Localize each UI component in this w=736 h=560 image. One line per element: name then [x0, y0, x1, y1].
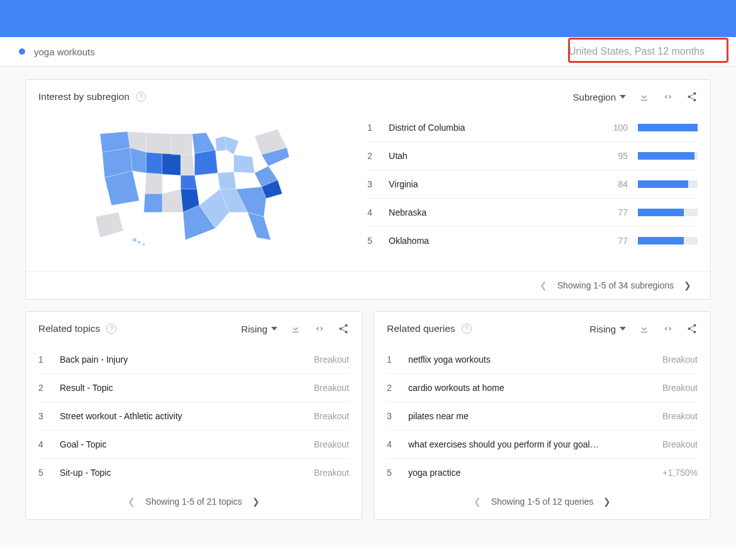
query-row[interactable]: 2cardio workouts at homeBreakout [387, 374, 698, 402]
bar-fill [638, 124, 698, 131]
help-icon[interactable]: ? [136, 92, 146, 102]
share-icon[interactable] [686, 91, 698, 102]
chevron-right-icon[interactable]: ❯ [603, 497, 611, 507]
subregion-row[interactable]: 1 District of Columbia 100 [367, 114, 698, 142]
topic-row[interactable]: 4Goal - TopicBreakout [38, 431, 349, 459]
subregion-row[interactable]: 3 Virginia 84 [367, 170, 698, 199]
subregion-list: 1 District of Columbia 100 2 Utah 95 3 V… [367, 114, 698, 258]
chevron-down-icon [620, 95, 626, 99]
rising-dropdown[interactable]: Rising [241, 324, 277, 334]
download-icon[interactable] [290, 323, 301, 334]
term-color-dot [19, 48, 25, 55]
pager-text: Showing 1-5 of 21 topics [145, 497, 242, 507]
us-map[interactable] [38, 114, 355, 258]
top-banner [0, 0, 736, 37]
chevron-left-icon[interactable]: ❮ [474, 497, 481, 507]
related-queries-card: Related queries ? Rising 1netflix yoga w… [374, 311, 711, 520]
bar-bg [638, 124, 698, 131]
pager-text: Showing 1-5 of 12 queries [491, 497, 594, 507]
card-title: Related topics [38, 323, 100, 334]
interest-card: Interest by subregion ? Subregion [25, 79, 711, 300]
related-topics-card: Related topics ? Rising 1Back pain - Inj… [25, 311, 362, 520]
term-bar: yoga workouts United States, Past 12 mon… [0, 37, 736, 67]
chevron-down-icon [620, 327, 626, 331]
filter-summary[interactable]: United States, Past 12 months [569, 46, 705, 57]
dropdown-label: Subregion [573, 92, 616, 102]
card-title: Interest by subregion [38, 91, 130, 102]
download-icon[interactable] [638, 323, 650, 334]
topic-row[interactable]: 5Sit-up - TopicBreakout [38, 459, 349, 486]
embed-icon[interactable] [662, 91, 674, 102]
pager-text: Showing 1-5 of 34 subregions [557, 280, 674, 290]
embed-icon[interactable] [314, 323, 325, 334]
share-icon[interactable] [338, 323, 349, 334]
query-row[interactable]: 3pilates near meBreakout [387, 402, 698, 431]
card-title: Related queries [387, 323, 455, 334]
share-icon[interactable] [686, 323, 698, 334]
rank: 1 [367, 123, 379, 133]
query-row[interactable]: 5yoga practice+1,750% [387, 459, 698, 486]
help-icon[interactable]: ? [462, 324, 472, 334]
subregion-row[interactable]: 5 Oklahoma 77 [367, 227, 698, 255]
chevron-left-icon[interactable]: ❮ [540, 280, 547, 290]
svg-point-1 [138, 241, 140, 243]
topic-row[interactable]: 1Back pain - InjuryBreakout [38, 346, 349, 374]
queries-pager: ❮ Showing 1-5 of 12 queries ❯ [374, 486, 710, 519]
topics-pager: ❮ Showing 1-5 of 21 topics ❯ [26, 486, 362, 519]
svg-point-2 [142, 243, 145, 246]
chevron-right-icon[interactable]: ❯ [684, 280, 691, 290]
chevron-right-icon[interactable]: ❯ [252, 497, 260, 507]
region-value: 100 [605, 123, 628, 133]
subregion-row[interactable]: 4 Nebraska 77 [367, 199, 698, 227]
svg-point-0 [133, 238, 137, 242]
query-row[interactable]: 4what exercises should you perform if yo… [387, 431, 698, 459]
topic-row[interactable]: 3Street workout - Athletic activityBreak… [38, 402, 349, 431]
region-name: District of Columbia [389, 123, 595, 133]
embed-icon[interactable] [662, 323, 674, 334]
subregion-pager: ❮ Showing 1-5 of 34 subregions ❯ [26, 271, 710, 299]
query-row[interactable]: 1netflix yoga workoutsBreakout [387, 346, 698, 374]
download-icon[interactable] [638, 91, 650, 102]
rising-dropdown[interactable]: Rising [589, 324, 626, 334]
subregion-row[interactable]: 2 Utah 95 [367, 142, 698, 170]
chevron-down-icon [271, 327, 277, 331]
topic-row[interactable]: 2Result - TopicBreakout [38, 374, 349, 402]
search-term[interactable]: yoga workouts [34, 47, 95, 57]
help-icon[interactable]: ? [106, 324, 116, 334]
chevron-left-icon[interactable]: ❮ [128, 497, 135, 507]
subregion-dropdown[interactable]: Subregion [573, 92, 626, 102]
